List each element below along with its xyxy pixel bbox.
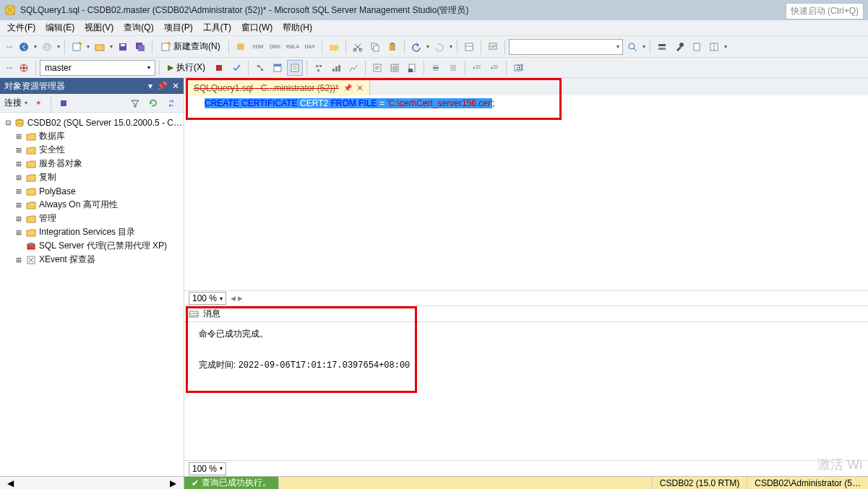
properties-button[interactable] [461,39,477,55]
find-combo[interactable]: ▾ [509,39,623,55]
tree-item[interactable]: ⊞XEvent 探查器 [1,253,182,267]
expand-icon[interactable]: ⊞ [14,255,23,265]
open-dropdown[interactable]: ▾ [109,39,113,55]
expand-icon[interactable]: ⊞ [14,173,23,183]
expand-icon[interactable]: ⊞ [14,228,23,238]
expand-icon[interactable]: ⊞ [14,200,23,210]
menu-project[interactable]: 项目(P) [160,20,197,35]
toolbar2-grip[interactable] [4,67,14,69]
sql-code-editor[interactable]: CREATE CERTIFICATE CERT2 FROM FILE = 'C:… [184,95,868,290]
tree-item[interactable]: ⊞复制 [1,170,182,184]
nav-fwd-dropdown[interactable]: ▾ [56,39,61,55]
nav-forward-button[interactable] [39,39,55,55]
find-dropdown[interactable]: ▾ [642,39,646,55]
panel-dropdown-icon[interactable]: ▾ [148,81,152,91]
panel-close-icon[interactable]: ✕ [172,81,179,91]
db-engine-query-button[interactable] [233,39,249,55]
estimated-plan-button[interactable] [252,60,268,76]
tab-close-icon[interactable]: ✕ [356,83,364,93]
disconnect-button[interactable]: ✶ [30,95,46,111]
uncomment-button[interactable] [445,60,461,76]
menu-file[interactable]: 文件(F) [3,20,40,35]
hscroll-left[interactable]: ◀ [7,478,14,488]
object-explorer-tree[interactable]: ⊟ CSDB02 (SQL Server 15.0.2000.5 - C… ⊞数… [0,113,184,476]
comment-button[interactable] [428,60,444,76]
messages-zoom-selector[interactable]: 100 % ▾ [189,462,226,475]
find-button[interactable] [624,39,640,55]
undo-dropdown[interactable]: ▾ [426,39,430,55]
activity-monitor-button[interactable] [485,39,501,55]
save-all-button[interactable] [132,39,148,55]
expand-icon[interactable]: ⊞ [14,186,23,196]
tree-item[interactable]: ⊞服务器对象 [1,157,182,170]
object-explorer-header[interactable]: 对象资源管理器 ▾ 📌 ✕ [0,78,184,94]
specify-template-button[interactable]: ab [510,60,526,76]
toolbar-grip[interactable] [4,46,14,48]
document-tab[interactable]: SQLQuery1.sql - C...ministrator (52))* 📌… [187,79,370,95]
query-options-button[interactable] [270,60,285,76]
stop-button[interactable] [211,60,227,76]
results-grid-button[interactable] [387,60,403,76]
tree-item[interactable]: ⊞安全性 [1,143,182,157]
quick-launch-input[interactable]: 快速启动 (Ctrl+Q) [786,3,864,20]
expand-icon[interactable]: ⊞ [14,131,23,142]
mdx-query-button[interactable]: DMX [267,39,283,55]
nav-back-dropdown[interactable]: ▾ [33,39,38,55]
stop-action-button[interactable] [56,95,72,111]
client-stats-button[interactable] [345,60,361,76]
messages-pane[interactable]: 命令已成功完成。 完成时间: 2022-09-06T17:01:17.03976… [184,322,868,460]
expand-icon[interactable]: ⊞ [14,159,23,169]
template-explorer-button[interactable] [689,39,705,55]
menu-help[interactable]: 帮助(H) [278,20,317,35]
outdent-button[interactable] [486,60,502,76]
open-file-button[interactable] [326,39,342,55]
menu-tools[interactable]: 工具(T) [199,20,236,35]
paste-button[interactable] [384,39,400,55]
hscroll-right[interactable]: ▶ [170,478,176,488]
find-input[interactable] [512,42,614,52]
as-query-button[interactable]: XDM [250,39,266,55]
new-query-button[interactable]: 新建查询(N) [156,39,225,55]
actual-plan-button[interactable] [311,60,327,76]
live-stats-button[interactable] [328,60,344,76]
refresh-button[interactable] [145,95,161,111]
execute-button[interactable]: ▶ 执行(X) [163,60,210,76]
tree-item[interactable]: ⊞管理 [1,212,182,225]
intellisense-button[interactable] [287,60,303,76]
results-text-button[interactable] [369,60,385,76]
redo-dropdown[interactable]: ▾ [449,39,453,55]
new-item-button[interactable] [69,39,85,55]
pin-icon[interactable]: 📌 [343,84,352,92]
tree-item[interactable]: ⊞Integration Services 目录 [1,225,182,239]
filter-button[interactable] [127,95,143,111]
results-file-button[interactable] [404,60,420,76]
indent-button[interactable] [469,60,485,76]
undo-button[interactable] [408,39,424,55]
open-project-button[interactable] [92,39,108,55]
dax-query-button[interactable]: DAX [302,39,318,55]
connect-dropdown[interactable]: ▾ [24,95,28,111]
menu-view[interactable]: 视图(V) [80,20,118,35]
save-button[interactable] [115,39,131,55]
panel-pin-icon[interactable]: 📌 [157,81,168,91]
database-selector[interactable]: master ▾ [40,60,155,76]
tools-extension-button[interactable] [671,39,687,55]
tree-item[interactable]: ⊞数据库 [1,129,182,143]
menu-edit[interactable]: 编辑(E) [41,20,79,35]
layouts-dropdown[interactable]: ▾ [723,39,728,55]
redo-button[interactable] [431,39,447,55]
expand-icon[interactable]: ⊞ [14,214,23,224]
sync-button[interactable] [163,95,179,111]
xmla-query-button[interactable]: XMLA [285,39,301,55]
menu-query[interactable]: 查询(Q) [119,20,158,35]
connect-label[interactable]: 连接 [4,97,22,109]
tree-item[interactable]: ⊞PolyBase [1,184,182,198]
editor-zoom-selector[interactable]: 100 % ▾ [189,292,226,305]
tree-root[interactable]: ⊟ CSDB02 (SQL Server 15.0.2000.5 - C… [1,116,182,129]
tree-item[interactable]: SQL Server 代理(已禁用代理 XP) [1,239,182,253]
new-item-dropdown[interactable]: ▾ [86,39,90,55]
cut-button[interactable] [350,39,366,55]
registered-servers-button[interactable] [654,39,670,55]
expand-icon[interactable]: ⊞ [14,145,23,155]
nav-back-button[interactable] [16,39,32,55]
